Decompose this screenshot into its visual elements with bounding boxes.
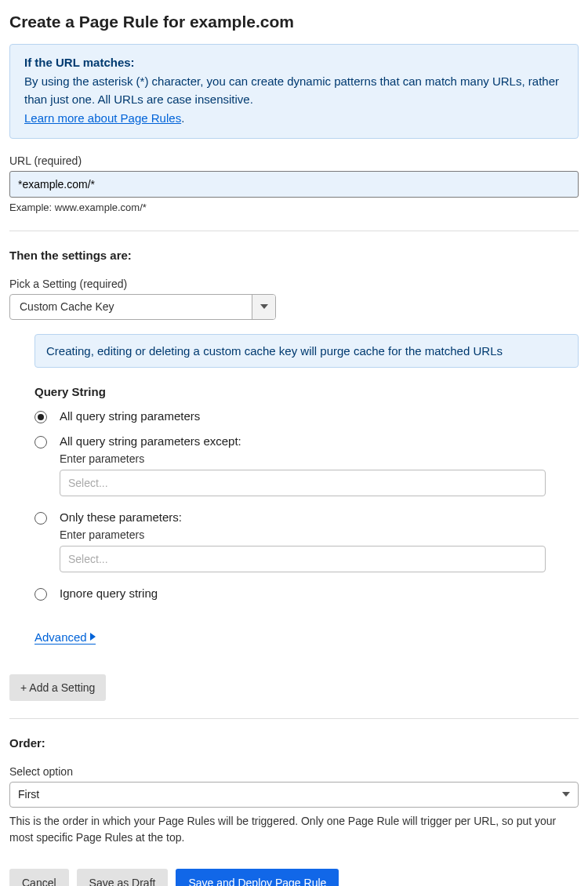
radio-icon — [34, 411, 47, 423]
radio-option-only-these[interactable]: Only these parameters: Enter parameters — [34, 510, 579, 572]
save-draft-button[interactable]: Save as Draft — [77, 869, 169, 886]
info-box-title: If the URL matches: — [24, 56, 564, 69]
info-box-suffix: . — [181, 111, 184, 125]
radio-option-all-params[interactable]: All query string parameters — [34, 409, 579, 423]
order-select-value: First — [18, 788, 39, 801]
setting-select-label: Pick a Setting (required) — [9, 278, 579, 290]
radio-option-all-except[interactable]: All query string parameters except: Ente… — [34, 434, 579, 496]
enter-parameters-label: Enter parameters — [60, 528, 579, 541]
divider — [9, 231, 579, 231]
radio-label: Only these parameters: — [60, 510, 579, 524]
chevron-down-icon — [562, 792, 570, 797]
url-example-text: Example: www.example.com/* — [9, 202, 579, 213]
radio-label: Ignore query string — [60, 586, 579, 600]
setting-select[interactable]: Custom Cache Key — [9, 294, 276, 320]
order-helper-text: This is the order in which your Page Rul… — [9, 813, 579, 847]
radio-icon — [34, 512, 47, 525]
enter-parameters-label: Enter parameters — [60, 452, 579, 465]
learn-more-link[interactable]: Learn more about Page Rules — [24, 111, 181, 125]
radio-icon — [34, 588, 47, 601]
divider — [9, 718, 579, 719]
page-title: Create a Page Rule for example.com — [9, 13, 579, 31]
radio-icon — [34, 436, 47, 448]
info-box-body: By using the asterisk (*) character, you… — [24, 72, 564, 127]
radio-option-ignore[interactable]: Ignore query string — [34, 586, 579, 601]
setting-select-value: Custom Cache Key — [10, 295, 252, 319]
parameters-only-input[interactable] — [60, 546, 546, 572]
cancel-button[interactable]: Cancel — [9, 869, 69, 886]
advanced-toggle[interactable]: Advanced — [34, 630, 96, 645]
order-heading: Order: — [9, 736, 579, 750]
radio-label: All query string parameters — [60, 409, 579, 423]
add-setting-button[interactable]: + Add a Setting — [9, 674, 106, 701]
query-string-heading: Query String — [34, 385, 579, 398]
radio-label: All query string parameters except: — [60, 434, 579, 448]
parameters-except-input[interactable] — [60, 470, 546, 496]
url-field-label: URL (required) — [9, 154, 579, 167]
advanced-label: Advanced — [34, 630, 87, 644]
caret-right-icon — [90, 633, 96, 641]
settings-heading: Then the settings are: — [9, 249, 579, 262]
info-box-text: By using the asterisk (*) character, you… — [24, 74, 559, 106]
save-deploy-button[interactable]: Save and Deploy Page Rule — [176, 869, 339, 886]
url-input[interactable] — [9, 171, 579, 198]
url-match-info-box: If the URL matches: By using the asteris… — [9, 44, 579, 139]
cache-purge-notice: Creating, editing or deleting a custom c… — [34, 334, 579, 368]
order-select[interactable]: First — [9, 782, 579, 808]
order-select-label: Select option — [9, 765, 579, 778]
action-button-row: Cancel Save as Draft Save and Deploy Pag… — [9, 869, 579, 886]
chevron-down-icon — [252, 295, 275, 319]
